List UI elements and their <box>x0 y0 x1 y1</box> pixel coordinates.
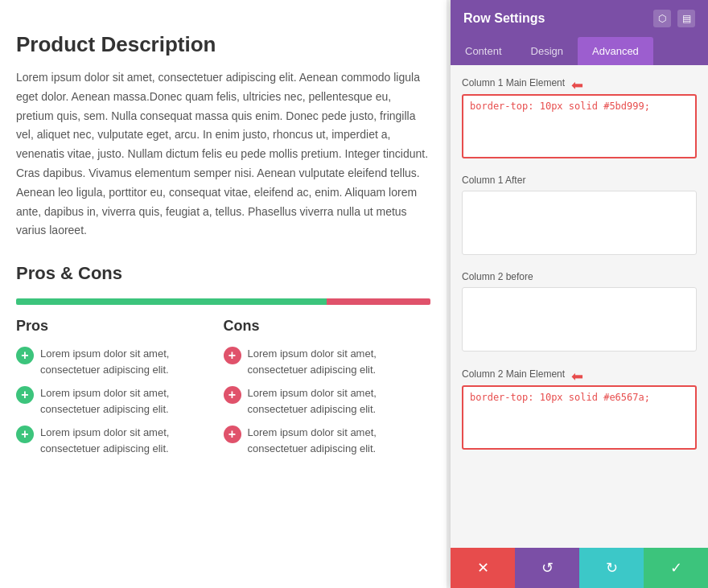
content-area: Product Description Lorem ipsum dolor si… <box>0 0 447 588</box>
pros-item-3: Lorem ipsum dolor sit amet, consectetuer… <box>40 425 224 456</box>
plus-icon: + <box>16 347 34 364</box>
panel-tabs: Content Design Advanced <box>451 37 708 65</box>
plus-icon: + <box>224 347 241 364</box>
pros-cons-bar <box>16 298 430 305</box>
field-col1-main: Column 1 Main Element ⬅ border-top: 10px… <box>462 76 697 162</box>
col2-main-textarea[interactable]: border-top: 10px solid #e6567a; <box>462 385 697 450</box>
panel-header: Row Settings ⬡ ▤ <box>451 0 708 37</box>
pros-item-1: Lorem ipsum dolor sit amet, consectetuer… <box>40 346 224 377</box>
field-col2-main: Column 2 Main Element ⬅ border-top: 10px… <box>462 368 697 453</box>
pros-bar <box>16 298 327 305</box>
list-item: + Lorem ipsum dolor sit amet, consectetu… <box>16 425 224 456</box>
list-item: + Lorem ipsum dolor sit amet, consectetu… <box>224 425 431 456</box>
arrow-indicator-col2: ⬅ <box>571 368 583 385</box>
field-label-col1-after: Column 1 After <box>462 175 697 186</box>
list-item: + Lorem ipsum dolor sit amet, consectetu… <box>16 346 224 377</box>
col1-after-textarea[interactable] <box>462 191 697 255</box>
save-button[interactable]: ✓ <box>644 548 708 588</box>
cons-heading: Cons <box>224 318 431 335</box>
plus-icon: + <box>224 386 241 404</box>
product-title: Product Description <box>16 32 430 57</box>
field-label-col2-main: Column 2 Main Element <box>462 368 565 380</box>
collapse-icon[interactable]: ▤ <box>677 10 695 27</box>
col2-before-textarea[interactable] <box>462 287 697 352</box>
resize-handle[interactable] <box>447 0 451 588</box>
plus-icon: + <box>224 426 241 443</box>
list-item: + Lorem ipsum dolor sit amet, consectetu… <box>16 385 224 417</box>
field-col2-before: Column 2 before <box>462 271 697 355</box>
redo-button[interactable]: ↻ <box>579 548 644 588</box>
cons-section: Cons + Lorem ipsum dolor sit amet, conse… <box>224 318 431 464</box>
cons-item-1: Lorem ipsum dolor sit amet, consectetuer… <box>248 346 431 377</box>
pros-cons-container: Pros + Lorem ipsum dolor sit amet, conse… <box>16 318 430 464</box>
tab-design[interactable]: Design <box>517 37 578 65</box>
col1-main-textarea[interactable]: border-top: 10px solid #5bd999; <box>462 94 697 158</box>
cons-list: + Lorem ipsum dolor sit amet, consectetu… <box>224 346 431 456</box>
plus-icon: + <box>16 426 34 443</box>
panel-footer: ✕ ↺ ↻ ✓ <box>451 548 708 588</box>
plus-icon: + <box>16 386 34 404</box>
panel-title: Row Settings <box>463 11 545 26</box>
pros-list: + Lorem ipsum dolor sit amet, consectetu… <box>16 346 224 456</box>
tab-content[interactable]: Content <box>451 37 517 65</box>
tab-advanced[interactable]: Advanced <box>578 37 653 65</box>
undo-button[interactable]: ↺ <box>515 548 579 588</box>
panel-body: Column 1 Main Element ⬅ border-top: 10px… <box>451 65 708 548</box>
pros-section: Pros + Lorem ipsum dolor sit amet, conse… <box>16 318 224 464</box>
pros-heading: Pros <box>16 318 224 335</box>
list-item: + Lorem ipsum dolor sit amet, consectetu… <box>224 346 431 377</box>
list-item: + Lorem ipsum dolor sit amet, consectetu… <box>224 385 431 417</box>
cons-bar <box>327 298 430 305</box>
maximize-icon[interactable]: ⬡ <box>653 10 671 27</box>
settings-panel: Row Settings ⬡ ▤ Content Design Advanced… <box>451 0 708 588</box>
arrow-indicator-col1: ⬅ <box>571 76 583 94</box>
panel-header-icons: ⬡ ▤ <box>653 10 695 27</box>
field-label-col1-main: Column 1 Main Element <box>462 77 565 88</box>
cancel-button[interactable]: ✕ <box>451 548 515 588</box>
cons-item-3: Lorem ipsum dolor sit amet, consectetuer… <box>248 425 431 456</box>
pros-cons-title: Pros & Cons <box>16 263 430 284</box>
field-label-col2-before: Column 2 before <box>462 271 697 282</box>
field-col1-after: Column 1 After <box>462 175 697 258</box>
cons-item-2: Lorem ipsum dolor sit amet, consectetuer… <box>248 385 431 417</box>
pros-item-2: Lorem ipsum dolor sit amet, consectetuer… <box>40 385 224 417</box>
product-description: Lorem ipsum dolor sit amet, consectetuer… <box>16 68 430 241</box>
